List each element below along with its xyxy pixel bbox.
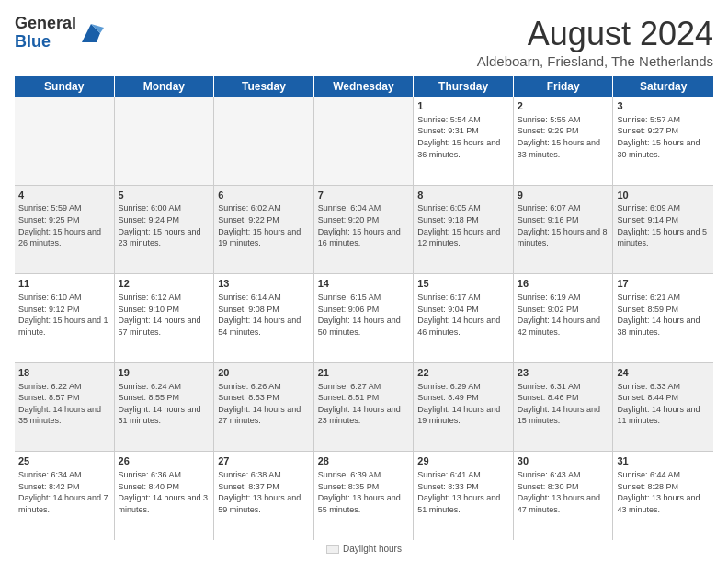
day-number: 28: [318, 454, 410, 468]
title-block: August 2024 Aldeboarn, Friesland, The Ne…: [477, 15, 713, 69]
day-number: 24: [617, 366, 710, 380]
legend-item: Daylight hours: [326, 544, 402, 554]
calendar-cell: 14Sunrise: 6:15 AM Sunset: 9:06 PM Dayli…: [314, 274, 415, 362]
day-number: 16: [518, 277, 609, 291]
calendar-cell: 3Sunrise: 5:57 AM Sunset: 9:27 PM Daylig…: [613, 97, 713, 185]
calendar-cell: 2Sunrise: 5:55 AM Sunset: 9:29 PM Daylig…: [514, 97, 614, 185]
header-day-thursday: Thursday: [414, 76, 514, 97]
day-number: 21: [318, 366, 410, 380]
cell-info: Sunrise: 6:15 AM Sunset: 9:06 PM Dayligh…: [318, 292, 410, 338]
cell-info: Sunrise: 6:12 AM Sunset: 9:10 PM Dayligh…: [119, 292, 210, 338]
calendar-cell: 20Sunrise: 6:26 AM Sunset: 8:53 PM Dayli…: [214, 363, 314, 452]
logo: General Blue: [15, 15, 104, 52]
day-number: 8: [417, 189, 509, 202]
day-number: 20: [218, 366, 310, 380]
day-number: 17: [617, 277, 710, 291]
day-number: 18: [18, 366, 110, 380]
calendar-week-3: 11Sunrise: 6:10 AM Sunset: 9:12 PM Dayli…: [15, 274, 713, 363]
calendar-cell: 1Sunrise: 5:54 AM Sunset: 9:31 PM Daylig…: [414, 97, 514, 185]
header-day-monday: Monday: [115, 76, 215, 97]
calendar-cell: 26Sunrise: 6:36 AM Sunset: 8:40 PM Dayli…: [115, 452, 215, 540]
day-number: 4: [18, 189, 110, 202]
cell-info: Sunrise: 6:00 AM Sunset: 9:24 PM Dayligh…: [119, 202, 210, 248]
calendar-cell: 7Sunrise: 6:04 AM Sunset: 9:20 PM Daylig…: [314, 186, 415, 274]
calendar-cell: 23Sunrise: 6:31 AM Sunset: 8:46 PM Dayli…: [514, 363, 614, 452]
header-day-tuesday: Tuesday: [214, 76, 314, 97]
cell-info: Sunrise: 5:57 AM Sunset: 9:27 PM Dayligh…: [617, 114, 710, 160]
cell-info: Sunrise: 6:02 AM Sunset: 9:22 PM Dayligh…: [218, 202, 310, 248]
cell-info: Sunrise: 6:36 AM Sunset: 8:40 PM Dayligh…: [119, 469, 210, 515]
header-day-sunday: Sunday: [15, 76, 115, 97]
day-number: 12: [119, 277, 210, 291]
cell-info: Sunrise: 6:31 AM Sunset: 8:46 PM Dayligh…: [518, 381, 609, 427]
header: General Blue August 2024 Aldeboarn, Frie…: [15, 15, 713, 69]
cell-info: Sunrise: 6:43 AM Sunset: 8:30 PM Dayligh…: [518, 469, 609, 515]
day-number: 7: [318, 189, 410, 202]
day-number: 22: [417, 366, 509, 380]
day-number: 14: [318, 277, 410, 291]
legend-box: [326, 545, 339, 554]
calendar-cell: [314, 97, 415, 185]
header-day-friday: Friday: [514, 76, 614, 97]
calendar-cell: 13Sunrise: 6:14 AM Sunset: 9:08 PM Dayli…: [214, 274, 314, 362]
calendar-cell: 9Sunrise: 6:07 AM Sunset: 9:16 PM Daylig…: [514, 186, 614, 274]
calendar-cell: 11Sunrise: 6:10 AM Sunset: 9:12 PM Dayli…: [15, 274, 115, 362]
day-number: 13: [218, 277, 310, 291]
logo-general-text: General: [15, 14, 76, 32]
calendar-cell: 12Sunrise: 6:12 AM Sunset: 9:10 PM Dayli…: [115, 274, 215, 362]
cell-info: Sunrise: 6:38 AM Sunset: 8:37 PM Dayligh…: [218, 469, 310, 515]
cell-info: Sunrise: 6:26 AM Sunset: 8:53 PM Dayligh…: [218, 381, 310, 427]
calendar-cell: 8Sunrise: 6:05 AM Sunset: 9:18 PM Daylig…: [414, 186, 514, 274]
cell-info: Sunrise: 6:07 AM Sunset: 9:16 PM Dayligh…: [518, 202, 609, 248]
cell-info: Sunrise: 6:41 AM Sunset: 8:33 PM Dayligh…: [417, 469, 509, 515]
cell-info: Sunrise: 6:24 AM Sunset: 8:55 PM Dayligh…: [119, 381, 210, 427]
day-number: 19: [119, 366, 210, 380]
legend-label: Daylight hours: [343, 544, 402, 554]
page: General Blue August 2024 Aldeboarn, Frie…: [0, 0, 728, 563]
day-number: 1: [417, 99, 509, 113]
cell-info: Sunrise: 6:21 AM Sunset: 8:59 PM Dayligh…: [617, 292, 710, 338]
calendar-cell: 29Sunrise: 6:41 AM Sunset: 8:33 PM Dayli…: [414, 452, 514, 540]
cell-info: Sunrise: 5:55 AM Sunset: 9:29 PM Dayligh…: [518, 114, 609, 160]
header-day-wednesday: Wednesday: [314, 76, 415, 97]
day-number: 9: [518, 189, 609, 202]
calendar-cell: 15Sunrise: 6:17 AM Sunset: 9:04 PM Dayli…: [414, 274, 514, 362]
day-number: 2: [518, 99, 609, 113]
day-number: 11: [18, 277, 110, 291]
calendar-cell: 24Sunrise: 6:33 AM Sunset: 8:44 PM Dayli…: [613, 363, 713, 452]
day-number: 15: [417, 277, 509, 291]
day-number: 30: [518, 454, 609, 468]
calendar-cell: [115, 97, 215, 185]
calendar-cell: 27Sunrise: 6:38 AM Sunset: 8:37 PM Dayli…: [214, 452, 314, 540]
day-number: 31: [617, 454, 710, 468]
cell-info: Sunrise: 6:19 AM Sunset: 9:02 PM Dayligh…: [518, 292, 609, 338]
cell-info: Sunrise: 6:33 AM Sunset: 8:44 PM Dayligh…: [617, 381, 710, 427]
footer: Daylight hours: [15, 544, 713, 554]
cell-info: Sunrise: 6:05 AM Sunset: 9:18 PM Dayligh…: [417, 202, 509, 248]
cell-info: Sunrise: 6:27 AM Sunset: 8:51 PM Dayligh…: [318, 381, 410, 427]
day-number: 25: [18, 454, 110, 468]
calendar-body: 1Sunrise: 5:54 AM Sunset: 9:31 PM Daylig…: [15, 97, 713, 540]
day-number: 6: [218, 189, 310, 202]
month-title: August 2024: [477, 15, 713, 53]
day-number: 3: [617, 99, 710, 113]
cell-info: Sunrise: 6:14 AM Sunset: 9:08 PM Dayligh…: [218, 292, 310, 338]
calendar-cell: [15, 97, 115, 185]
cell-info: Sunrise: 6:04 AM Sunset: 9:20 PM Dayligh…: [318, 202, 410, 248]
calendar-cell: 10Sunrise: 6:09 AM Sunset: 9:14 PM Dayli…: [613, 186, 713, 274]
day-number: 26: [119, 454, 210, 468]
day-number: 23: [518, 366, 609, 380]
cell-info: Sunrise: 6:10 AM Sunset: 9:12 PM Dayligh…: [18, 292, 110, 338]
day-number: 27: [218, 454, 310, 468]
cell-info: Sunrise: 6:29 AM Sunset: 8:49 PM Dayligh…: [417, 381, 509, 427]
calendar-cell: [214, 97, 314, 185]
calendar-week-1: 1Sunrise: 5:54 AM Sunset: 9:31 PM Daylig…: [15, 97, 713, 186]
location: Aldeboarn, Friesland, The Netherlands: [477, 53, 713, 69]
cell-info: Sunrise: 6:17 AM Sunset: 9:04 PM Dayligh…: [417, 292, 509, 338]
header-day-saturday: Saturday: [613, 76, 713, 97]
calendar-cell: 21Sunrise: 6:27 AM Sunset: 8:51 PM Dayli…: [314, 363, 415, 452]
day-number: 5: [119, 189, 210, 202]
calendar-cell: 6Sunrise: 6:02 AM Sunset: 9:22 PM Daylig…: [214, 186, 314, 274]
day-number: 10: [617, 189, 710, 202]
logo-icon: [78, 20, 104, 46]
